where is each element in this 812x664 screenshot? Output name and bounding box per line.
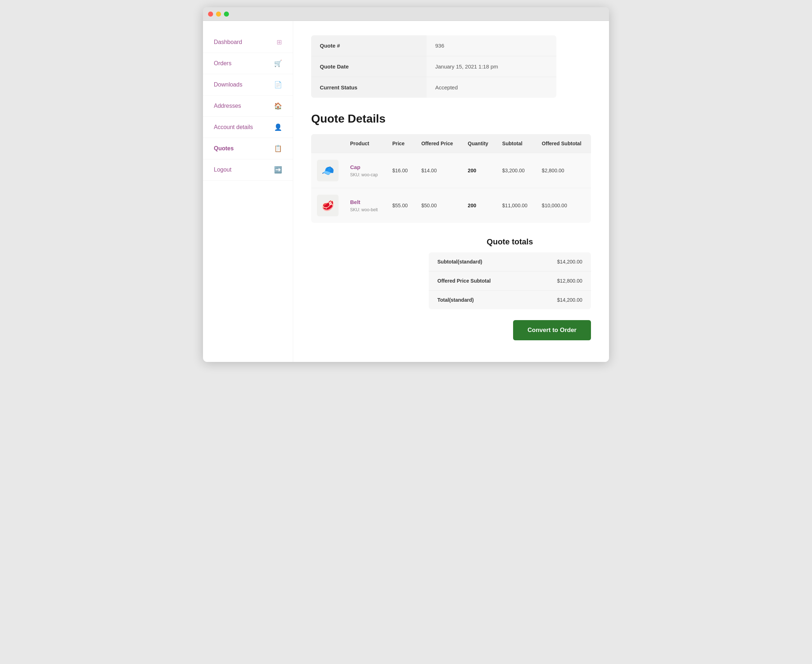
offered-subtotal-cell: $10,000.00 (536, 188, 591, 223)
totals-row: Subtotal(standard) $14,200.00 (429, 252, 591, 272)
quote-status-value: Accepted (426, 77, 467, 98)
sidebar-label-orders: Orders (214, 60, 231, 67)
quote-details-heading: Quote Details (311, 112, 591, 125)
minimize-dot[interactable] (216, 11, 221, 16)
totals-container: Quote totals Subtotal(standard) $14,200.… (429, 237, 591, 309)
orders-icon: 🛒 (274, 60, 282, 67)
sidebar-label-addresses: Addresses (214, 103, 241, 109)
quotes-icon: 📋 (274, 145, 282, 153)
totals-row-label: Subtotal(standard) (438, 259, 482, 265)
sidebar-label-downloads: Downloads (214, 81, 242, 88)
table-header-row: Product Price Offered Price Quantity Sub… (311, 134, 591, 153)
totals-row-value: $12,800.00 (557, 278, 582, 284)
account-icon: 👤 (274, 123, 282, 131)
totals-row-value: $14,200.00 (557, 297, 582, 303)
col-header-offered-price: Offered Price (415, 134, 462, 153)
col-header-product: Product (344, 134, 387, 153)
addresses-icon: 🏠 (274, 102, 282, 110)
totals-row-value: $14,200.00 (557, 259, 582, 265)
quote-info-card: Quote # 936 Quote Date January 15, 2021 … (311, 35, 557, 98)
main-content: Quote # 936 Quote Date January 15, 2021 … (293, 21, 609, 362)
product-image: 🧢 (317, 160, 338, 181)
layout: Dashboard ⊞ Orders 🛒 Downloads 📄 Address… (203, 21, 609, 362)
sidebar-label-quotes: Quotes (214, 145, 234, 152)
totals-section: Quote totals Subtotal(standard) $14,200.… (311, 237, 591, 309)
product-image-cell: 🥩 (311, 188, 344, 223)
titlebar (203, 7, 609, 21)
sidebar: Dashboard ⊞ Orders 🛒 Downloads 📄 Address… (203, 21, 293, 362)
col-header-price: Price (387, 134, 415, 153)
sidebar-label-logout: Logout (214, 166, 231, 173)
sidebar-item-logout[interactable]: Logout ➡️ (203, 159, 293, 181)
totals-row: Total(standard) $14,200.00 (429, 291, 591, 309)
footer-actions: Convert to Order (311, 320, 591, 348)
col-header-subtotal: Subtotal (496, 134, 536, 153)
sidebar-item-account-details[interactable]: Account details 👤 (203, 117, 293, 138)
quote-date-row: Quote Date January 15, 2021 1:18 pm (311, 56, 557, 77)
totals-row: Offered Price Subtotal $12,800.00 (429, 272, 591, 291)
product-image-cell: 🧢 (311, 153, 344, 188)
sidebar-item-dashboard[interactable]: Dashboard ⊞ (203, 32, 293, 53)
quantity-cell: 200 (462, 153, 496, 188)
product-sku: SKU: woo-belt (350, 207, 378, 212)
totals-title: Quote totals (429, 237, 591, 247)
col-header-quantity: Quantity (462, 134, 496, 153)
product-link[interactable]: Belt (350, 199, 381, 205)
convert-to-order-button[interactable]: Convert to Order (513, 320, 591, 340)
product-image: 🥩 (317, 195, 338, 216)
col-header-image (311, 134, 344, 153)
logout-icon: ➡️ (274, 166, 282, 174)
product-link[interactable]: Cap (350, 164, 381, 170)
product-info-cell: Cap SKU: woo-cap (344, 153, 387, 188)
price-cell: $16.00 (387, 153, 415, 188)
sidebar-item-orders[interactable]: Orders 🛒 (203, 53, 293, 74)
quantity-cell: 200 (462, 188, 496, 223)
quote-table: Product Price Offered Price Quantity Sub… (311, 134, 591, 223)
quote-number-value: 936 (426, 35, 453, 56)
app-window: Dashboard ⊞ Orders 🛒 Downloads 📄 Address… (203, 7, 609, 362)
table-row: 🧢 Cap SKU: woo-cap $16.00 $14.00 200 $3,… (311, 153, 591, 188)
close-dot[interactable] (208, 11, 213, 16)
subtotal-cell: $3,200.00 (496, 153, 536, 188)
maximize-dot[interactable] (224, 11, 229, 16)
product-sku: SKU: woo-cap (350, 172, 378, 177)
quote-date-label: Quote Date (311, 56, 426, 77)
quote-date-value: January 15, 2021 1:18 pm (426, 56, 507, 77)
sidebar-label-account: Account details (214, 124, 253, 130)
sidebar-item-addresses[interactable]: Addresses 🏠 (203, 96, 293, 117)
totals-table: Subtotal(standard) $14,200.00 Offered Pr… (429, 252, 591, 309)
price-cell: $55.00 (387, 188, 415, 223)
totals-row-label: Offered Price Subtotal (438, 278, 491, 284)
sidebar-item-downloads[interactable]: Downloads 📄 (203, 74, 293, 96)
quote-number-row: Quote # 936 (311, 35, 557, 56)
subtotal-cell: $11,000.00 (496, 188, 536, 223)
quote-number-label: Quote # (311, 35, 426, 56)
quote-status-row: Current Status Accepted (311, 77, 557, 98)
offered-subtotal-cell: $2,800.00 (536, 153, 591, 188)
offered-price-cell: $14.00 (415, 153, 462, 188)
sidebar-item-quotes[interactable]: Quotes 📋 (203, 138, 293, 159)
offered-price-cell: $50.00 (415, 188, 462, 223)
quote-status-label: Current Status (311, 77, 426, 98)
table-row: 🥩 Belt SKU: woo-belt $55.00 $50.00 200 $… (311, 188, 591, 223)
totals-row-label: Total(standard) (438, 297, 474, 303)
col-header-offered-subtotal: Offered Subtotal (536, 134, 591, 153)
downloads-icon: 📄 (274, 81, 282, 89)
sidebar-label-dashboard: Dashboard (214, 39, 242, 46)
dashboard-icon: ⊞ (277, 38, 282, 46)
product-info-cell: Belt SKU: woo-belt (344, 188, 387, 223)
